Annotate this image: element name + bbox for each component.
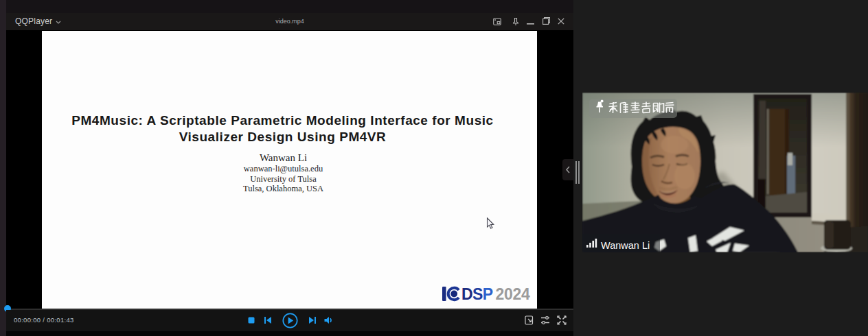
svg-text:Wanwan Li: Wanwan Li (601, 240, 650, 251)
svg-text:DSP: DSP (461, 285, 493, 302)
svg-text:2024: 2024 (496, 285, 530, 302)
